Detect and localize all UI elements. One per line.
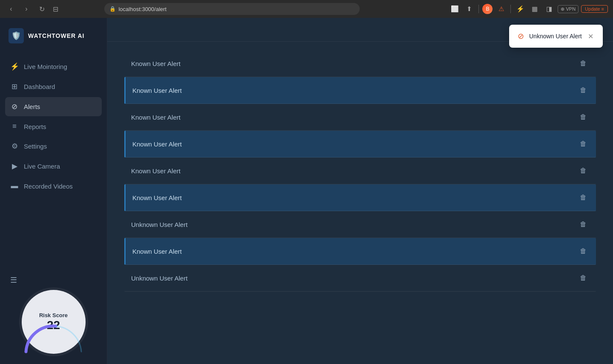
alert-item[interactable]: Known User Alert 🗑 bbox=[124, 104, 596, 131]
sidebar-item-settings[interactable]: ⚙ Settings bbox=[5, 137, 102, 156]
delete-button[interactable]: 🗑 bbox=[577, 85, 589, 96]
camera-icon: ▶ bbox=[10, 162, 19, 171]
delete-button[interactable]: 🗑 bbox=[577, 112, 589, 123]
logo-icon: 🛡️ bbox=[9, 28, 24, 43]
browser-chrome: ‹ › ↻ ⊟ 🔒 localhost:3000/alert ⬜ ⬆ B ⚠ ⚡… bbox=[0, 0, 613, 18]
brave-icon: B bbox=[482, 4, 493, 14]
update-menu-icon: ≡ bbox=[602, 6, 604, 11]
sidebar-label-reports: Reports bbox=[24, 123, 46, 130]
alert-item[interactable]: Known User Alert 🗑 bbox=[124, 131, 596, 158]
lock-icon: 🔒 bbox=[109, 6, 116, 12]
alert-item-text: Known User Alert bbox=[131, 114, 180, 121]
sidebar-bottom: ☰ Risk Score 22 bbox=[0, 269, 107, 364]
divider2 bbox=[510, 5, 511, 13]
wallet-icon[interactable]: ◨ bbox=[543, 3, 555, 15]
update-button[interactable]: Update ≡ bbox=[581, 5, 608, 13]
alert-item-text: Known User Alert bbox=[132, 248, 182, 255]
alert-item[interactable]: Known User Alert 🗑 bbox=[124, 238, 596, 265]
alert-item-text: Unknown User Alert bbox=[131, 275, 188, 282]
back-button[interactable]: ‹ bbox=[5, 3, 17, 15]
sidebar-item-reports[interactable]: ≡ Reports bbox=[5, 117, 102, 136]
alert-item-text: Known User Alert bbox=[132, 194, 182, 201]
toast-warning-icon: ⊘ bbox=[518, 32, 524, 41]
logo-text: WATCHTOWER AI bbox=[28, 32, 85, 39]
app-layout: 🛡️ WATCHTOWER AI ⚡ Live Mointoring ⊞ Das… bbox=[0, 18, 613, 364]
alert-item-text: Known User Alert bbox=[131, 167, 180, 175]
toast-text: Unknown User Alert bbox=[529, 33, 582, 40]
alert-item[interactable]: Known User Alert 🗑 bbox=[124, 158, 596, 184]
alert-item[interactable]: Known User Alert 🗑 bbox=[124, 77, 596, 104]
forward-button[interactable]: › bbox=[20, 3, 32, 15]
hamburger-icon[interactable]: ☰ bbox=[10, 275, 17, 285]
sidebar-label-alerts: Alerts bbox=[24, 103, 40, 110]
sidebar-item-live-monitoring[interactable]: ⚡ Live Mointoring bbox=[5, 57, 102, 76]
sidebar-label-dashboard: Dashboard bbox=[24, 83, 55, 90]
sidebar-item-dashboard[interactable]: ⊞ Dashboard bbox=[5, 77, 102, 96]
sidebar-item-recorded-videos[interactable]: ▬ Recorded Videos bbox=[5, 177, 102, 195]
sidebar-label-live-monitoring: Live Mointoring bbox=[24, 63, 67, 70]
sidebar-label-recorded-videos: Recorded Videos bbox=[24, 183, 73, 190]
toast-close-button[interactable]: ✕ bbox=[587, 32, 594, 40]
live-monitoring-icon: ⚡ bbox=[10, 62, 19, 71]
alert-item-text: Known User Alert bbox=[132, 140, 182, 148]
cast-icon[interactable]: ⬜ bbox=[449, 3, 461, 15]
recorded-icon: ▬ bbox=[10, 182, 19, 190]
extensions-icon[interactable]: ⚡ bbox=[514, 3, 526, 15]
vpn-icon: ⊕ bbox=[561, 6, 564, 12]
update-label: Update bbox=[585, 6, 600, 11]
main-content: Known User Alert 🗑 Known User Alert 🗑 Kn… bbox=[107, 18, 613, 364]
delete-button[interactable]: 🗑 bbox=[577, 165, 589, 176]
browser-actions: ⬜ ⬆ B ⚠ ⚡ ▦ ◨ ⊕ VPN Update ≡ bbox=[449, 3, 608, 15]
sidebar: 🛡️ WATCHTOWER AI ⚡ Live Mointoring ⊞ Das… bbox=[0, 18, 107, 364]
reports-icon: ≡ bbox=[10, 122, 19, 131]
alert-item-text: Known User Alert bbox=[131, 60, 180, 67]
risk-score-widget: Risk Score 22 bbox=[22, 290, 86, 354]
alert-item[interactable]: Unknown User Alert 🗑 bbox=[124, 265, 596, 292]
nav-items: ⚡ Live Mointoring ⊞ Dashboard ⊘ Alerts ≡… bbox=[0, 57, 107, 269]
vpn-label: VPN bbox=[566, 6, 576, 11]
delete-button[interactable]: 🗑 bbox=[577, 138, 589, 149]
risk-arc-svg bbox=[22, 322, 86, 354]
vpn-badge[interactable]: ⊕ VPN bbox=[558, 5, 579, 13]
risk-score-label: Risk Score bbox=[39, 312, 68, 318]
toast-notification: ⊘ Unknown User Alert ✕ bbox=[509, 25, 603, 48]
delete-button[interactable]: 🗑 bbox=[577, 58, 589, 69]
alert-item-text: Unknown User Alert bbox=[131, 221, 188, 228]
sidebar-item-live-camera[interactable]: ▶ Live Camera bbox=[5, 157, 102, 176]
sidebar-label-live-camera: Live Camera bbox=[24, 163, 60, 170]
alerts-icon: ⊘ bbox=[10, 102, 19, 111]
delete-button[interactable]: 🗑 bbox=[577, 192, 589, 203]
dashboard-icon: ⊞ bbox=[10, 82, 19, 91]
alert-item-text: Known User Alert bbox=[132, 87, 182, 94]
alert-item[interactable]: Unknown User Alert 🗑 bbox=[124, 211, 596, 238]
sidebar-toggle-icon[interactable]: ▦ bbox=[529, 3, 541, 15]
delete-button[interactable]: 🗑 bbox=[577, 246, 589, 257]
sidebar-label-settings: Settings bbox=[24, 143, 47, 150]
settings-icon: ⚙ bbox=[10, 142, 19, 151]
address-bar[interactable]: 🔒 localhost:3000/alert bbox=[104, 3, 360, 15]
logo-area: 🛡️ WATCHTOWER AI bbox=[0, 18, 107, 57]
sidebar-item-alerts[interactable]: ⊘ Alerts bbox=[5, 97, 102, 116]
url-text: localhost:3000/alert bbox=[118, 6, 166, 12]
alert-item[interactable]: Known User Alert 🗑 bbox=[124, 184, 596, 211]
delete-button[interactable]: 🗑 bbox=[577, 272, 589, 284]
alerts-list: Known User Alert 🗑 Known User Alert 🗑 Kn… bbox=[107, 42, 613, 364]
bookmark-icon: ⊟ bbox=[53, 5, 58, 13]
alert-icon[interactable]: ⚠ bbox=[495, 3, 507, 15]
divider bbox=[478, 5, 479, 13]
delete-button[interactable]: 🗑 bbox=[577, 219, 589, 230]
share-icon[interactable]: ⬆ bbox=[463, 3, 475, 15]
alert-item[interactable]: Known User Alert 🗑 bbox=[124, 50, 596, 77]
reload-button[interactable]: ↻ bbox=[36, 3, 48, 15]
